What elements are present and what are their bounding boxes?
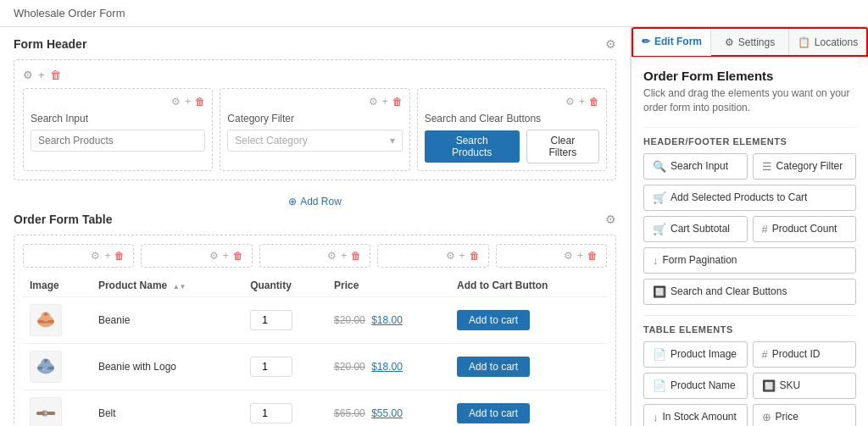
svg-point-11 [45,412,47,415]
add-row-circle-icon: ⊕ [288,196,297,207]
qty-col-add[interactable]: + [341,250,347,262]
img-col-add[interactable]: + [104,250,110,262]
price-new[interactable]: $18.00 [371,361,403,373]
svg-text:WC: WC [42,367,48,371]
zone-gear-icon[interactable]: ⚙ [23,69,33,81]
element-btn-price[interactable]: ⊕Price [753,404,857,426]
img-col-delete[interactable]: 🗑 [114,250,125,262]
cat-col-gear[interactable]: ⚙ [369,96,378,108]
sku-icon: 🔲 [762,379,776,392]
sc-col-add[interactable]: + [579,96,585,108]
form-header-zone: ⚙ + 🗑 ⚙ + 🗑 Search Input [14,59,616,180]
add-to-cart-button[interactable]: Add to cart [457,403,530,423]
price-cell: $20.00 $18.00 [327,344,450,390]
name-col-add[interactable]: + [223,250,229,262]
element-btn-product-image[interactable]: 📄Product Image [643,341,748,368]
col-product-name: Product Name ▲▼ [92,274,243,297]
price-col-add[interactable]: + [459,250,465,262]
quantity-input-field[interactable] [250,310,292,330]
cart-col-gear[interactable]: ⚙ [564,250,573,262]
element-btn-product-id[interactable]: #Product ID [753,341,857,368]
element-btn-product-name[interactable]: 📄Product Name [643,373,748,399]
tab-locations[interactable]: 📋 Locations [789,29,866,55]
name-col-delete[interactable]: 🗑 [233,250,243,262]
element-btn-search-input[interactable]: 🔍Search Input [643,153,748,180]
table-row: Beanie $20.00 $18.00 Add to cart [23,297,607,344]
price-old: $20.00 [334,361,365,373]
clear-filters-button[interactable]: Clear Filters [526,130,599,163]
price-cell: $65.00 $55.00 [327,390,450,427]
tab-locations-label: Locations [815,36,858,48]
category-select[interactable]: Select Category ▾ [227,130,402,152]
add-row-button[interactable]: ⊕ Add Row [14,191,616,213]
cart-col-add[interactable]: + [577,250,583,262]
img-col-gear[interactable]: ⚙ [91,250,100,262]
sc-col-gear[interactable]: ⚙ [565,96,575,108]
element-btn-add-selected[interactable]: 🛒Add Selected Products to Cart [643,185,856,211]
sort-arrows-name[interactable]: ▲▼ [173,284,186,290]
form-header-section-header: Form Header ⚙ [14,37,616,51]
cat-col-delete[interactable]: 🗑 [392,96,403,108]
table-group-title: TABLE ELEMENTS [643,315,856,335]
search-clear-label: Search and Clear Buttons [670,285,787,297]
zone-add-icon[interactable]: + [38,69,45,81]
sku-label: SKU [780,379,801,391]
table-header-row: Image Product Name ▲▼ Quantity Price Add… [23,274,607,297]
element-btn-in-stock[interactable]: ↓In Stock Amount [643,404,748,426]
sc-col-delete[interactable]: 🗑 [589,96,599,108]
zone-delete-icon[interactable]: 🗑 [50,69,61,81]
cat-col-add[interactable]: + [382,96,388,108]
search-clear-column: ⚙ + 🗑 Search and Clear Buttons Search Pr… [417,88,607,171]
left-panel: Form Header ⚙ ⚙ + 🗑 ⚙ + [0,27,631,426]
add-row-label: Add Row [300,196,342,207]
price-col-delete[interactable]: 🗑 [470,250,480,262]
search-products-button[interactable]: Search Products [425,130,520,163]
element-btn-product-count[interactable]: #Product Count [753,216,857,242]
price-col-control: ⚙ + 🗑 [377,244,488,268]
tab-edit-form[interactable]: ✏ Edit Form [633,29,711,56]
quantity-input-field[interactable] [250,403,292,423]
search-col-add[interactable]: + [185,96,191,108]
right-content: Order Form Elements Click and drag the e… [632,57,868,426]
category-placeholder: Select Category [235,135,307,147]
add-to-cart-button[interactable]: Add to cart [457,310,530,330]
product-id-icon: # [762,348,768,361]
name-col-control: ⚙ + 🗑 [141,244,252,268]
table-row: Belt $65.00 $55.00 Add to cart [23,390,607,427]
svg-point-3 [44,313,47,316]
product-count-icon: # [762,223,768,235]
tab-edit-form-label: Edit Form [654,36,702,47]
form-pagination-icon: ↓ [653,254,659,267]
price-cell: $20.00 $18.00 [327,297,450,344]
price-col-gear[interactable]: ⚙ [446,250,455,262]
qty-col-delete[interactable]: 🗑 [351,250,361,262]
form-pagination-label: Form Pagination [663,254,737,266]
product-image-icon: 📄 [653,348,666,361]
search-input-icon: 🔍 [653,160,666,173]
col-quantity: Quantity [243,274,327,297]
search-col-gear[interactable]: ⚙ [171,96,181,108]
search-col-delete[interactable]: 🗑 [195,96,205,108]
product-image-cell [30,397,62,426]
category-filter-label: Category Filter [776,160,843,172]
header-elements-grid: 🔍Search Input☰Category Filter🛒Add Select… [643,153,856,305]
element-btn-cart-subtotal[interactable]: 🛒Cart Subtotal [643,216,748,242]
form-header-gear-icon[interactable]: ⚙ [605,37,616,51]
product-count-label: Product Count [772,223,837,235]
name-col-gear[interactable]: ⚙ [209,250,219,262]
element-btn-form-pagination[interactable]: ↓Form Pagination [643,247,856,274]
element-btn-search-clear[interactable]: 🔲Search and Clear Buttons [643,279,856,305]
element-btn-category-filter[interactable]: ☰Category Filter [753,153,857,180]
qty-col-gear[interactable]: ⚙ [327,250,337,262]
price-new[interactable]: $18.00 [371,314,403,326]
price-old: $65.00 [334,407,365,419]
cart-col-delete[interactable]: 🗑 [587,250,598,262]
element-btn-sku[interactable]: 🔲SKU [753,373,857,399]
order-table-gear-icon[interactable]: ⚙ [605,213,616,226]
tab-settings[interactable]: ⚙ Settings [711,29,789,55]
product-name-cell: Beanie with Logo [92,344,243,390]
search-input-field[interactable] [31,130,205,152]
quantity-input-field[interactable] [250,357,292,377]
add-to-cart-button[interactable]: Add to cart [457,357,530,377]
price-new[interactable]: $55.00 [371,407,403,419]
